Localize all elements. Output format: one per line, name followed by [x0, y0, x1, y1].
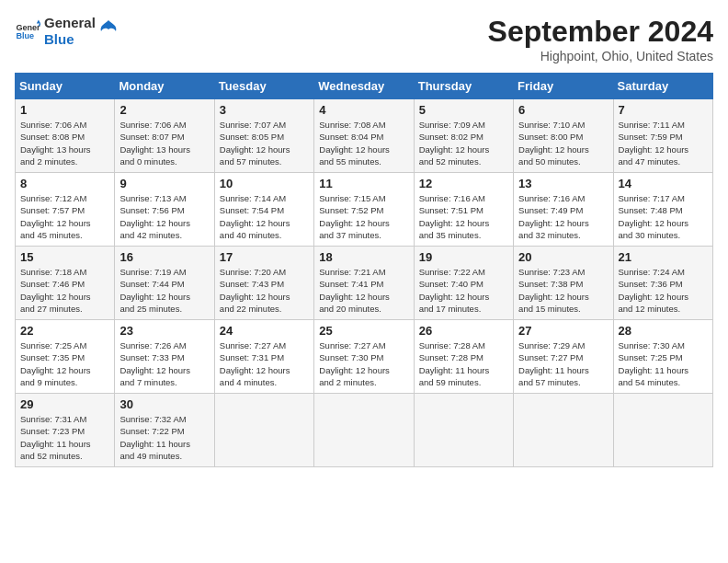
- day-number: 19: [419, 250, 508, 264]
- calendar-cell: 8Sunrise: 7:12 AMSunset: 7:57 PMDaylight…: [16, 173, 115, 247]
- day-info: Sunrise: 7:15 AMSunset: 7:52 PMDaylight:…: [319, 193, 390, 240]
- day-info: Sunrise: 7:20 AMSunset: 7:43 PMDaylight:…: [220, 267, 290, 314]
- day-number: 28: [619, 324, 708, 338]
- calendar-cell: 1Sunrise: 7:06 AMSunset: 8:08 PMDaylight…: [16, 99, 115, 173]
- calendar-cell: [314, 394, 414, 467]
- calendar-cell: 16Sunrise: 7:19 AMSunset: 7:44 PMDayligh…: [115, 247, 214, 320]
- day-number: 18: [319, 250, 408, 264]
- calendar-title: September 2024: [488, 15, 713, 49]
- day-info: Sunrise: 7:11 AMSunset: 7:59 PMDaylight:…: [619, 120, 689, 167]
- day-info: Sunrise: 7:27 AMSunset: 7:31 PMDaylight:…: [220, 340, 290, 387]
- day-info: Sunrise: 7:19 AMSunset: 7:44 PMDaylight:…: [119, 267, 190, 314]
- calendar-title-block: September 2024 Highpoint, Ohio, United S…: [488, 15, 713, 63]
- day-number: 11: [319, 177, 408, 190]
- day-number: 26: [419, 324, 508, 338]
- day-number: 30: [119, 397, 209, 411]
- day-info: Sunrise: 7:06 AMSunset: 8:08 PMDaylight:…: [20, 120, 91, 167]
- day-number: 29: [20, 397, 109, 411]
- calendar-cell: [214, 394, 313, 467]
- calendar-cell: 14Sunrise: 7:17 AMSunset: 7:48 PMDayligh…: [613, 173, 712, 247]
- day-number: 22: [20, 324, 109, 338]
- calendar-cell: 7Sunrise: 7:11 AMSunset: 7:59 PMDaylight…: [613, 99, 712, 173]
- day-info: Sunrise: 7:16 AMSunset: 7:49 PMDaylight:…: [518, 193, 589, 240]
- day-info: Sunrise: 7:13 AMSunset: 7:56 PMDaylight:…: [119, 193, 190, 240]
- logo-general: General: [44, 15, 96, 31]
- calendar-table: SundayMondayTuesdayWednesdayThursdayFrid…: [15, 73, 713, 467]
- day-number: 23: [119, 324, 209, 338]
- calendar-cell: 30Sunrise: 7:32 AMSunset: 7:22 PMDayligh…: [115, 394, 214, 467]
- day-number: 1: [20, 103, 109, 117]
- day-number: 16: [119, 250, 209, 264]
- logo-blue: Blue: [44, 31, 96, 48]
- calendar-week-row: 29Sunrise: 7:31 AMSunset: 7:23 PMDayligh…: [16, 394, 713, 467]
- day-info: Sunrise: 7:07 AMSunset: 8:05 PMDaylight:…: [220, 120, 290, 167]
- day-number: 5: [419, 103, 508, 117]
- calendar-cell: 20Sunrise: 7:23 AMSunset: 7:38 PMDayligh…: [514, 247, 613, 320]
- day-info: Sunrise: 7:22 AMSunset: 7:40 PMDaylight:…: [419, 267, 490, 314]
- day-number: 12: [419, 177, 508, 190]
- day-number: 9: [119, 177, 209, 190]
- header-monday: Monday: [115, 74, 214, 99]
- calendar-cell: [414, 394, 513, 467]
- calendar-cell: 29Sunrise: 7:31 AMSunset: 7:23 PMDayligh…: [16, 394, 115, 467]
- calendar-week-row: 1Sunrise: 7:06 AMSunset: 8:08 PMDaylight…: [16, 99, 713, 173]
- day-number: 27: [518, 324, 608, 338]
- calendar-cell: 10Sunrise: 7:14 AMSunset: 7:54 PMDayligh…: [214, 173, 313, 247]
- day-number: 4: [319, 103, 408, 117]
- day-number: 6: [518, 103, 608, 117]
- calendar-cell: 13Sunrise: 7:16 AMSunset: 7:49 PMDayligh…: [514, 173, 613, 247]
- day-number: 24: [220, 324, 309, 338]
- day-info: Sunrise: 7:26 AMSunset: 7:33 PMDaylight:…: [119, 340, 190, 387]
- header-sunday: Sunday: [16, 74, 115, 99]
- day-info: Sunrise: 7:17 AMSunset: 7:48 PMDaylight:…: [619, 193, 689, 240]
- calendar-cell: [514, 394, 613, 467]
- calendar-cell: 19Sunrise: 7:22 AMSunset: 7:40 PMDayligh…: [414, 247, 513, 320]
- calendar-header-row: SundayMondayTuesdayWednesdayThursdayFrid…: [16, 74, 713, 99]
- day-number: 7: [619, 103, 708, 117]
- calendar-cell: 18Sunrise: 7:21 AMSunset: 7:41 PMDayligh…: [314, 247, 414, 320]
- day-info: Sunrise: 7:09 AMSunset: 8:02 PMDaylight:…: [419, 120, 490, 167]
- day-number: 10: [220, 177, 309, 190]
- day-info: Sunrise: 7:18 AMSunset: 7:46 PMDaylight:…: [20, 267, 91, 314]
- day-number: 25: [319, 324, 408, 338]
- day-info: Sunrise: 7:08 AMSunset: 8:04 PMDaylight:…: [319, 120, 390, 167]
- calendar-cell: 5Sunrise: 7:09 AMSunset: 8:02 PMDaylight…: [414, 99, 513, 173]
- header-wednesday: Wednesday: [314, 74, 414, 99]
- calendar-cell: 24Sunrise: 7:27 AMSunset: 7:31 PMDayligh…: [214, 320, 313, 394]
- calendar-cell: [613, 394, 712, 467]
- day-number: 15: [20, 250, 109, 264]
- day-info: Sunrise: 7:21 AMSunset: 7:41 PMDaylight:…: [319, 267, 390, 314]
- calendar-cell: 9Sunrise: 7:13 AMSunset: 7:56 PMDaylight…: [115, 173, 214, 247]
- calendar-cell: 3Sunrise: 7:07 AMSunset: 8:05 PMDaylight…: [214, 99, 313, 173]
- day-info: Sunrise: 7:24 AMSunset: 7:36 PMDaylight:…: [619, 267, 689, 314]
- day-info: Sunrise: 7:10 AMSunset: 8:00 PMDaylight:…: [518, 120, 589, 167]
- calendar-week-row: 22Sunrise: 7:25 AMSunset: 7:35 PMDayligh…: [16, 320, 713, 394]
- calendar-cell: 17Sunrise: 7:20 AMSunset: 7:43 PMDayligh…: [214, 247, 313, 320]
- logo-bird-icon: [99, 20, 118, 42]
- page-header: General Blue General Blue September 2024…: [15, 15, 713, 63]
- svg-text:Blue: Blue: [16, 31, 34, 40]
- header-thursday: Thursday: [414, 74, 513, 99]
- calendar-subtitle: Highpoint, Ohio, United States: [488, 49, 713, 63]
- day-number: 21: [619, 250, 708, 264]
- calendar-cell: 12Sunrise: 7:16 AMSunset: 7:51 PMDayligh…: [414, 173, 513, 247]
- day-number: 13: [518, 177, 608, 190]
- day-number: 20: [518, 250, 608, 264]
- calendar-cell: 28Sunrise: 7:30 AMSunset: 7:25 PMDayligh…: [613, 320, 712, 394]
- calendar-cell: 22Sunrise: 7:25 AMSunset: 7:35 PMDayligh…: [16, 320, 115, 394]
- svg-text:General: General: [16, 23, 40, 32]
- calendar-cell: 21Sunrise: 7:24 AMSunset: 7:36 PMDayligh…: [613, 247, 712, 320]
- day-number: 2: [119, 103, 209, 117]
- calendar-cell: 15Sunrise: 7:18 AMSunset: 7:46 PMDayligh…: [16, 247, 115, 320]
- calendar-cell: 4Sunrise: 7:08 AMSunset: 8:04 PMDaylight…: [314, 99, 414, 173]
- logo-icon: General Blue: [15, 18, 40, 44]
- calendar-week-row: 15Sunrise: 7:18 AMSunset: 7:46 PMDayligh…: [16, 247, 713, 320]
- day-number: 3: [220, 103, 309, 117]
- calendar-cell: 25Sunrise: 7:27 AMSunset: 7:30 PMDayligh…: [314, 320, 414, 394]
- day-info: Sunrise: 7:06 AMSunset: 8:07 PMDaylight:…: [119, 120, 190, 167]
- day-info: Sunrise: 7:16 AMSunset: 7:51 PMDaylight:…: [419, 193, 490, 240]
- calendar-cell: 2Sunrise: 7:06 AMSunset: 8:07 PMDaylight…: [115, 99, 214, 173]
- header-saturday: Saturday: [613, 74, 712, 99]
- day-info: Sunrise: 7:31 AMSunset: 7:23 PMDaylight:…: [20, 414, 91, 461]
- header-tuesday: Tuesday: [214, 74, 313, 99]
